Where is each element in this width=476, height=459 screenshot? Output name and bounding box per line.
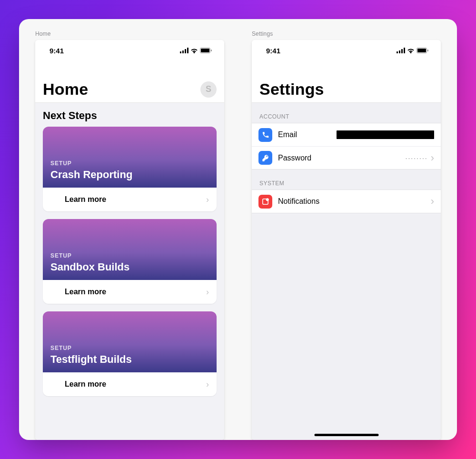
card-cta-row[interactable]: Learn more › <box>43 372 217 396</box>
password-dots: ········ <box>406 154 428 162</box>
status-time: 9:41 <box>266 47 280 55</box>
section-title-next-steps: Next Steps <box>35 103 224 127</box>
svg-rect-1 <box>182 50 184 53</box>
page-title: Home <box>43 80 88 99</box>
avatar-button[interactable]: S <box>200 81 217 98</box>
row-value <box>303 130 434 139</box>
list-account: Email Password ········ › <box>252 123 441 170</box>
svg-rect-2 <box>185 49 186 53</box>
chevron-right-icon: › <box>206 379 209 389</box>
home-indicator[interactable] <box>314 434 378 436</box>
cellular-signal-icon <box>397 48 405 53</box>
svg-rect-13 <box>427 50 428 51</box>
card-testflight-builds[interactable]: SETUP Testflight Builds Learn more › <box>43 311 217 396</box>
row-notifications[interactable]: Notifications › <box>252 190 441 213</box>
card-cta-label: Learn more <box>65 288 106 296</box>
card-cta-label: Learn more <box>65 195 106 204</box>
status-icons <box>397 48 428 53</box>
redacted-email <box>337 130 434 139</box>
settings-header: Settings <box>252 61 441 103</box>
card-title: Sandbox Builds <box>50 261 209 273</box>
home-header: Home S <box>35 61 224 103</box>
card-kicker: SETUP <box>50 160 209 167</box>
chevron-right-icon: › <box>206 287 209 297</box>
svg-rect-7 <box>397 51 398 53</box>
card-crash-reporting[interactable]: SETUP Crash Reporting Learn more › <box>43 127 217 211</box>
card-cta-row[interactable]: Learn more › <box>43 188 217 211</box>
svg-rect-6 <box>211 50 212 51</box>
row-value: › <box>325 196 434 207</box>
battery-icon <box>416 48 428 53</box>
section-header-system: SYSTEM <box>252 170 441 190</box>
section-header-account: ACCOUNT <box>252 103 441 123</box>
avatar-initial: S <box>206 84 211 94</box>
row-label: Password <box>278 154 311 162</box>
card-hero: SETUP Testflight Builds <box>43 311 217 372</box>
home-scroll-area[interactable]: Next Steps SETUP Crash Reporting Learn m… <box>35 103 224 440</box>
status-bar: 9:41 <box>35 40 224 61</box>
row-password[interactable]: Password ········ › <box>252 146 441 169</box>
wifi-icon <box>190 48 198 53</box>
row-value: ········ › <box>317 153 434 163</box>
svg-rect-8 <box>399 50 400 53</box>
status-icons <box>180 48 212 53</box>
card-kicker: SETUP <box>50 252 209 259</box>
col-settings: Settings 9:41 Settings ACCOUNT <box>252 30 441 440</box>
svg-rect-12 <box>417 49 426 52</box>
row-label: Email <box>278 130 297 139</box>
card-cta-row[interactable]: Learn more › <box>43 280 217 304</box>
svg-rect-3 <box>187 48 188 53</box>
svg-rect-10 <box>404 48 405 53</box>
settings-scroll-area[interactable]: ACCOUNT Email <box>252 103 441 440</box>
col-home: Home 9:41 Home S Next Steps <box>35 30 224 440</box>
cellular-signal-icon <box>180 48 188 53</box>
panel-label-settings: Settings <box>252 30 441 37</box>
list-system: Notifications › <box>252 190 441 213</box>
card-hero: SETUP Sandbox Builds <box>43 219 217 280</box>
card-title: Crash Reporting <box>50 169 209 181</box>
panel-label-home: Home <box>35 30 224 37</box>
card-kicker: SETUP <box>50 345 209 351</box>
page-title: Settings <box>259 80 324 99</box>
svg-rect-0 <box>180 51 181 53</box>
row-label: Notifications <box>278 197 319 206</box>
design-card: Home 9:41 Home S Next Steps <box>19 19 457 440</box>
card-sandbox-builds[interactable]: SETUP Sandbox Builds Learn more › <box>43 219 217 304</box>
wifi-icon <box>407 48 415 53</box>
notifications-icon <box>258 195 272 209</box>
battery-icon <box>200 48 212 53</box>
card-title: Testflight Builds <box>50 353 209 366</box>
svg-rect-5 <box>201 49 209 52</box>
key-icon <box>258 151 272 165</box>
svg-rect-9 <box>401 49 403 53</box>
chevron-right-icon: › <box>431 196 434 207</box>
status-time: 9:41 <box>50 47 64 55</box>
row-email[interactable]: Email <box>252 123 441 146</box>
phone-icon <box>258 128 272 142</box>
status-bar: 9:41 <box>252 40 441 61</box>
card-hero: SETUP Crash Reporting <box>43 127 217 188</box>
phone-home: 9:41 Home S Next Steps SETUP <box>35 40 224 440</box>
chevron-right-icon: › <box>431 153 434 163</box>
card-cta-label: Learn more <box>65 380 106 389</box>
phone-settings: 9:41 Settings ACCOUNT Email <box>252 40 441 440</box>
cards-area: SETUP Crash Reporting Learn more › SETUP… <box>35 127 224 404</box>
svg-point-15 <box>266 198 269 201</box>
chevron-right-icon: › <box>206 195 209 205</box>
